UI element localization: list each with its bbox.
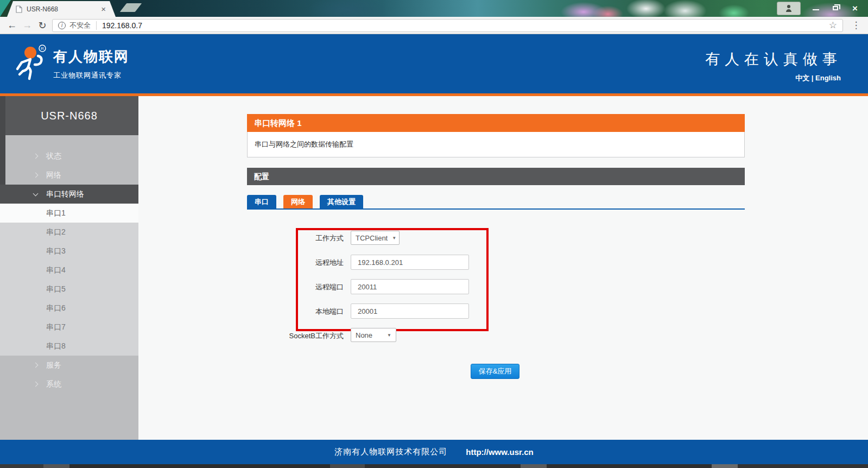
- sidebar-item-serial8[interactable]: 串口8: [0, 337, 138, 356]
- remote-port-label: 远程端口: [208, 282, 344, 291]
- browser-menu-icon[interactable]: ⋮: [848, 20, 864, 31]
- sidebar-item-serial3[interactable]: 串口3: [0, 242, 138, 261]
- svg-text:R: R: [41, 46, 44, 51]
- new-tab-button[interactable]: [120, 3, 142, 12]
- remote-port-input[interactable]: [351, 279, 469, 294]
- forward-button[interactable]: →: [20, 20, 35, 31]
- minimize-icon: [813, 6, 819, 10]
- sidebar-menu: 状态 网络 串口转网络 串口1 串口2 串口3 串口4 串口5 串口6 串口7: [0, 135, 138, 394]
- browser-toolbar: ← → ↻ i 不安全 192.168.0.7 ☆ ⋮: [0, 17, 868, 34]
- save-apply-button[interactable]: 保存&应用: [471, 364, 519, 379]
- config-section-title: 配置: [247, 168, 745, 185]
- address-divider: [96, 21, 97, 30]
- sidebar: USR-N668 状态 网络 串口转网络 串口1 串口2 串口3 串口4 串口5: [0, 96, 138, 440]
- sidebar-item-network[interactable]: 网络: [0, 166, 138, 185]
- page-title: 串口转网络 1: [247, 114, 745, 132]
- tab-title: USR-N668: [27, 5, 101, 13]
- tab-close-icon[interactable]: ×: [101, 5, 106, 13]
- sidebar-item-serial2[interactable]: 串口2: [0, 223, 138, 242]
- lang-zh-link[interactable]: 中文: [795, 74, 809, 82]
- local-port-label: 本地端口: [208, 307, 344, 315]
- chevron-right-icon: [33, 363, 39, 368]
- close-button[interactable]: ×: [845, 1, 865, 15]
- tab-serial[interactable]: 串口: [247, 195, 276, 208]
- sidebar-item-serial5[interactable]: 串口5: [0, 280, 138, 299]
- sidebar-item-serial4[interactable]: 串口4: [0, 261, 138, 280]
- chevron-right-icon: [33, 154, 39, 159]
- brand-name: 有人物联网: [53, 47, 129, 66]
- sidebar-item-serial1[interactable]: 串口1: [0, 204, 138, 223]
- security-label: 不安全: [69, 21, 91, 30]
- remote-addr-input[interactable]: [351, 255, 469, 270]
- page-description: 串口与网络之间的数据传输配置: [247, 132, 745, 157]
- back-button[interactable]: ←: [4, 20, 20, 31]
- sidebar-item-services[interactable]: 服务: [0, 356, 138, 375]
- sidebar-item-serial6[interactable]: 串口6: [0, 299, 138, 318]
- config-tabs: 串口 网络 其他设置: [247, 195, 745, 210]
- browser-tab-strip: USR-N668 × ×: [0, 0, 868, 17]
- content-panel: 串口转网络 1 串口与网络之间的数据传输配置 配置 串口 网络 其他设置: [247, 114, 745, 210]
- chevron-down-icon: [33, 191, 39, 197]
- site-header: R 有人物联网 工业物联网通讯专家 有人在认真做事 中文 | English: [0, 34, 868, 93]
- sidebar-item-status[interactable]: 状态: [0, 147, 138, 166]
- footer-company: 济南有人物联网技术有限公司: [334, 447, 447, 457]
- url-text[interactable]: 192.168.0.7: [102, 21, 142, 30]
- tab-network[interactable]: 网络: [283, 195, 313, 208]
- main-content: 串口转网络 1 串口与网络之间的数据传输配置 配置 串口 网络 其他设置 工作方…: [138, 96, 868, 440]
- address-bar[interactable]: i 不安全 192.168.0.7 ☆: [52, 19, 843, 32]
- usr-logo-icon: R: [14, 44, 50, 82]
- info-icon[interactable]: i: [58, 22, 66, 29]
- brand-block: 有人物联网 工业物联网通讯专家: [53, 47, 129, 80]
- select-arrow-icon: ▼: [387, 333, 391, 338]
- profile-button[interactable]: [777, 2, 801, 15]
- socketb-mode-label: SocketB工作方式: [208, 331, 344, 340]
- chevron-right-icon: [33, 382, 39, 387]
- sidebar-item-serial-to-network[interactable]: 串口转网络: [0, 185, 138, 204]
- sidebar-item-serial7[interactable]: 串口7: [0, 318, 138, 337]
- tab-other-settings[interactable]: 其他设置: [320, 195, 363, 208]
- device-model-title: USR-N668: [0, 96, 138, 135]
- maximize-icon: [833, 6, 838, 10]
- brand-tagline: 工业物联网通讯专家: [53, 71, 129, 80]
- chevron-right-icon: [33, 173, 39, 178]
- work-mode-select[interactable]: TCPClient ▼: [351, 231, 400, 245]
- footer-website-link[interactable]: http://www.usr.cn: [466, 447, 533, 457]
- maximize-button[interactable]: [826, 1, 845, 15]
- reload-button[interactable]: ↻: [35, 20, 50, 31]
- site-footer: 济南有人物联网技术有限公司 http://www.usr.cn: [0, 440, 868, 464]
- work-mode-label: 工作方式: [208, 233, 344, 242]
- browser-tab[interactable]: USR-N668 ×: [7, 1, 116, 17]
- language-switcher: 中文 | English: [795, 73, 841, 83]
- select-arrow-icon: ▼: [392, 236, 396, 241]
- socketb-mode-select[interactable]: None ▼: [351, 328, 396, 342]
- local-port-input[interactable]: [351, 303, 469, 319]
- minimize-button[interactable]: [806, 1, 826, 15]
- work-mode-value: TCPClient: [356, 234, 388, 242]
- person-icon: [786, 9, 791, 12]
- close-icon: ×: [852, 4, 858, 13]
- lang-en-link[interactable]: English: [815, 74, 841, 82]
- remote-addr-label: 远程地址: [208, 258, 344, 267]
- taskbar-strip: [0, 464, 868, 468]
- bookmark-star-icon[interactable]: ☆: [829, 20, 837, 31]
- lang-divider: |: [812, 74, 814, 82]
- socketb-mode-value: None: [356, 331, 372, 339]
- header-slogan: 有人在认真做事: [705, 49, 842, 69]
- window-controls: ×: [777, 1, 865, 16]
- page-icon: [16, 5, 22, 13]
- sidebar-item-system[interactable]: 系统: [0, 375, 138, 394]
